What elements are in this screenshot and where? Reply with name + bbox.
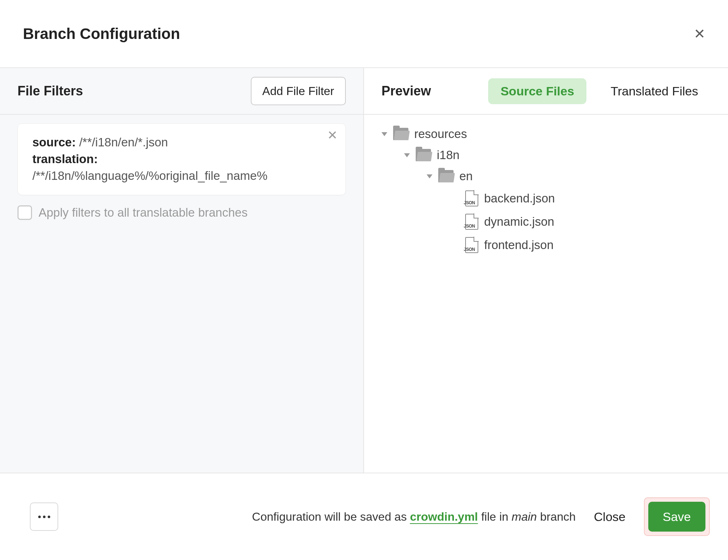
folder-icon [438,170,454,182]
filter-translation-value: /**/i18n/%language%/%original_file_name% [32,169,268,182]
more-options-button[interactable] [30,502,58,531]
tree-folder-en[interactable]: en [381,166,711,187]
file-label: backend.json [484,192,555,205]
footer-msg-mid: file in [478,510,511,523]
file-label: frontend.json [484,238,554,252]
tree-folder-resources[interactable]: resources [381,123,711,145]
config-file-link[interactable]: crowdin.yml [410,510,478,524]
preview-heading: Preview [381,83,431,99]
folder-label: resources [414,127,467,141]
json-file-icon: JSON [465,190,478,206]
tree-file[interactable]: JSON backend.json [381,187,711,210]
save-button-highlight: Save [644,497,710,536]
json-file-icon: JSON [465,214,478,230]
file-filters-heading: File Filters [17,83,83,99]
save-button[interactable]: Save [648,502,706,532]
file-label: dynamic.json [484,215,554,229]
add-file-filter-button[interactable]: Add File Filter [251,77,346,105]
tree-file[interactable]: JSON dynamic.json [381,210,711,233]
tree-file[interactable]: JSON frontend.json [381,233,711,257]
page-title: Branch Configuration [23,25,180,43]
apply-filters-label: Apply filters to all translatable branch… [39,206,248,220]
chevron-down-icon[interactable] [381,132,387,136]
apply-filters-checkbox[interactable] [17,205,32,220]
folder-icon [416,149,431,161]
filter-source-value: /**/i18n/en/*.json [79,135,168,149]
close-button[interactable]: Close [594,510,626,524]
close-icon[interactable]: ✕ [690,23,709,44]
filter-translation-label: translation: [32,152,98,166]
footer-msg-prefix: Configuration will be saved as [252,510,410,523]
footer-status-message: Configuration will be saved as crowdin.y… [252,510,575,524]
tab-translated-files[interactable]: Translated Files [598,78,711,104]
folder-label: en [459,169,473,183]
chevron-down-icon[interactable] [404,153,410,157]
tree-folder-i18n[interactable]: i18n [381,145,711,166]
folder-icon [393,128,408,140]
footer-msg-suffix: branch [537,510,576,523]
chevron-down-icon[interactable] [427,174,432,178]
json-file-icon: JSON [465,237,478,253]
folder-label: i18n [437,148,459,162]
filter-source-label: source: [32,135,76,149]
tab-source-files[interactable]: Source Files [488,78,586,104]
remove-filter-icon[interactable]: ✕ [327,129,337,141]
file-filter-card[interactable]: ✕ source: /**/i18n/en/*.json translation… [17,123,346,195]
branch-name: main [511,510,537,523]
